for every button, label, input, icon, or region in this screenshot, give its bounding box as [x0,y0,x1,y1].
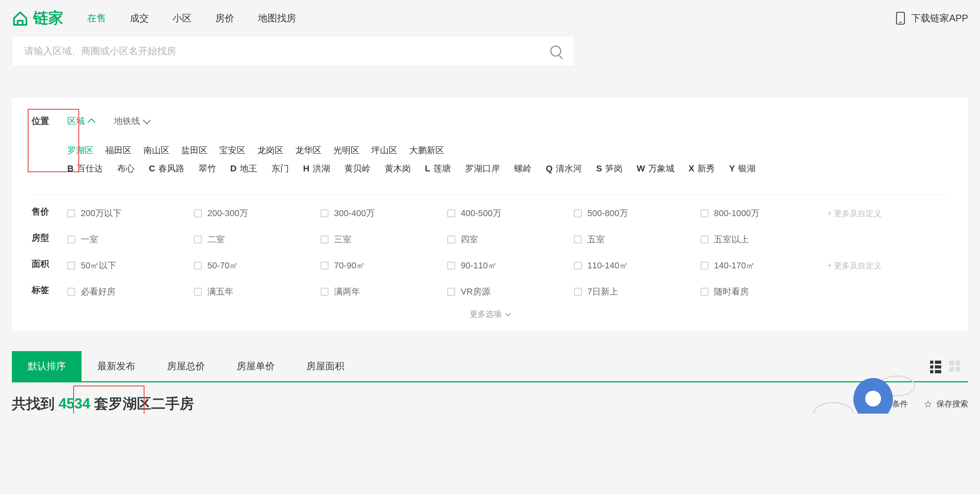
checkbox-icon [447,262,455,270]
subarea-item[interactable]: C春风路 [149,163,184,175]
sort-unit-price[interactable]: 房屋单价 [221,351,291,381]
area-option[interactable]: 90-110㎡ [447,256,574,275]
checkbox-icon [321,262,329,270]
checkbox-icon [67,288,75,296]
nav-sold[interactable]: 成交 [130,12,149,25]
sort-latest[interactable]: 最新发布 [82,351,151,381]
district-item[interactable]: 罗湖区 [67,144,93,156]
subarea-item[interactable]: 黄贝岭 [344,163,370,175]
nav-price[interactable]: 房价 [215,12,234,25]
price-option[interactable]: 800-1000万 [701,204,827,222]
rooms-option[interactable]: 五室 [574,230,701,249]
nav-on-sale[interactable]: 在售 [87,12,106,25]
sort-default[interactable]: 默认排序 [12,351,82,381]
subarea-item[interactable]: 螺岭 [514,163,532,175]
search-icon [550,46,561,57]
price-option[interactable]: 400-500万 [447,204,574,222]
subarea-item[interactable]: X新秀 [689,163,715,175]
district-item[interactable]: 大鹏新区 [409,144,444,156]
district-item[interactable]: 光明区 [333,144,359,156]
subarea-item[interactable]: Q清水河 [546,163,582,175]
filter-area-label: 面积 [32,256,67,270]
star-icon: ☆ [924,399,933,409]
nav-map[interactable]: 地图找房 [258,12,296,25]
filter-location-label: 位置 [32,114,67,127]
subarea-item[interactable]: S笋岗 [596,163,623,175]
price-more-link[interactable]: + 更多及自定义 [827,208,881,219]
list-view-icon[interactable] [930,361,941,372]
tags-option[interactable]: 满两年 [321,283,447,301]
price-option[interactable]: 500-800万 [574,204,701,222]
sort-area[interactable]: 房屋面积 [291,351,360,381]
subarea-item[interactable]: 翠竹 [199,163,216,175]
divider [32,194,948,195]
svg-point-0 [814,403,853,414]
rooms-option[interactable]: 二室 [194,230,321,249]
filter-price-row: 售价 200万以下 200-300万 300-400万 400-500万 500… [32,204,948,222]
area-option[interactable]: 140-170㎡ [701,256,827,275]
rooms-option[interactable]: 五室以上 [701,230,827,249]
district-item[interactable]: 龙岗区 [257,144,283,156]
district-item[interactable]: 南山区 [143,144,169,156]
chevron-up-icon [87,118,95,126]
subarea-item[interactable]: W万象城 [637,163,674,175]
tags-option[interactable]: 随时看房 [701,283,827,301]
rooms-option[interactable]: 四室 [447,230,574,249]
district-item[interactable]: 福田区 [105,144,131,156]
district-item[interactable]: 宝安区 [219,144,245,156]
result-prefix: 共找到 [12,395,59,412]
primary-nav: 在售 成交 小区 房价 地图找房 [87,12,896,25]
district-item[interactable]: 龙华区 [295,144,321,156]
filter-price-label: 售价 [32,204,67,218]
tab-district[interactable]: 区域 [67,114,94,129]
filter-location-row: 位置 区域 地铁线 罗湖区 福田区 南山区 盐田区 宝安区 龙岗区 龙华区 [32,114,948,186]
subarea-item[interactable]: H洪湖 [303,163,330,175]
rooms-option[interactable]: 三室 [321,230,447,249]
checkbox-icon [194,262,202,270]
rooms-option[interactable]: 一室 [67,230,194,249]
tags-option[interactable]: 必看好房 [67,283,194,301]
filter-tags-row: 标签 必看好房 满五年 满两年 VR房源 7日新上 随时看房 [32,283,948,301]
subarea-item[interactable]: 黄木岗 [385,163,411,175]
price-option[interactable]: 300-400万 [321,204,447,222]
checkbox-icon [701,262,708,270]
area-option[interactable]: 110-140㎡ [574,256,701,275]
district-item[interactable]: 盐田区 [181,144,207,156]
search-section [0,36,980,82]
subarea-item[interactable]: Y银湖 [729,163,756,175]
subarea-item[interactable]: L莲塘 [425,163,451,175]
subarea-item[interactable]: 罗湖口岸 [465,163,500,175]
search-button[interactable] [538,36,574,66]
more-options-toggle[interactable]: 更多选项 [32,309,948,319]
sort-total-price[interactable]: 房屋总价 [151,351,221,381]
area-option[interactable]: 50-70㎡ [194,256,321,275]
subarea-item[interactable]: 东门 [272,163,289,175]
checkbox-icon [574,236,582,243]
area-option[interactable]: 50㎡以下 [67,256,194,275]
download-app-link[interactable]: 下载链家APP [896,12,968,25]
grid-view-icon[interactable] [949,361,960,372]
tags-option[interactable]: 满五年 [194,283,321,301]
subarea-item[interactable]: B百仕达 [67,163,103,175]
tags-option[interactable]: 7日新上 [574,283,701,301]
price-option[interactable]: 200万以下 [67,204,194,222]
nav-community[interactable]: 小区 [173,12,192,25]
checkbox-icon [321,236,329,243]
clear-filters-button[interactable]: 清空条件 [864,399,908,409]
result-actions: 清空条件 ☆ 保存搜索 [864,399,968,409]
subarea-item[interactable]: D地王 [230,163,257,175]
result-count: 4534 [59,395,90,412]
area-more-link[interactable]: + 更多及自定义 [827,260,881,271]
district-item[interactable]: 坪山区 [371,144,397,156]
save-search-button[interactable]: ☆ 保存搜索 [924,399,968,409]
tags-option[interactable]: VR房源 [447,283,574,301]
search-input[interactable] [12,36,538,66]
logo[interactable]: 链家 [12,8,63,28]
tab-metro[interactable]: 地铁线 [114,114,150,129]
subarea-item[interactable]: 布心 [117,163,135,175]
price-option[interactable]: 200-300万 [194,204,321,222]
checkbox-icon [574,262,582,270]
checkbox-icon [701,288,708,296]
area-option[interactable]: 70-90㎡ [321,256,447,275]
view-switcher [930,361,968,372]
